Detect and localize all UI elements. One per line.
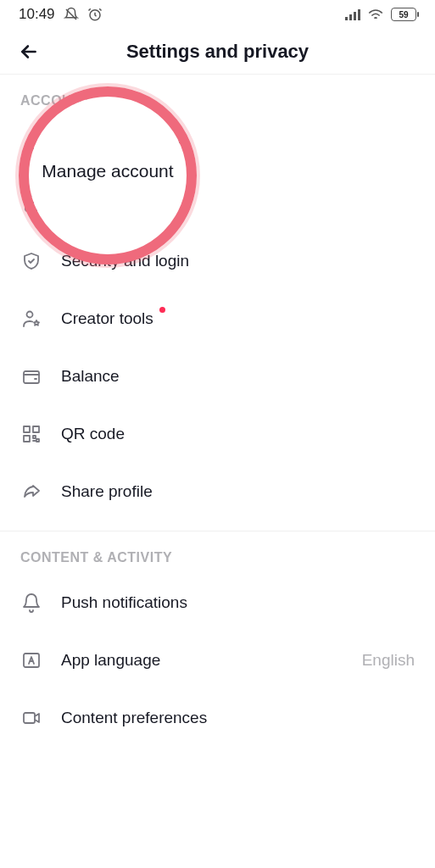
svg-rect-12 [24, 654, 39, 667]
status-time: 10:49 [19, 6, 55, 23]
settings-item-label: Creator tools [61, 309, 153, 328]
settings-item-share-profile[interactable]: Share profile [0, 463, 435, 520]
settings-item-label: Security and login [61, 252, 415, 270]
svg-rect-6 [25, 203, 37, 211]
svg-rect-13 [24, 713, 35, 723]
cellular-signal-icon [345, 8, 360, 20]
svg-rect-8 [24, 371, 39, 383]
lock-icon [20, 192, 42, 214]
video-icon [20, 707, 42, 729]
language-icon [20, 649, 42, 671]
alarm-clock-icon [87, 7, 103, 22]
arrow-left-icon [18, 41, 40, 63]
svg-rect-9 [24, 426, 30, 432]
settings-item-label: Share profile [61, 482, 415, 501]
settings-item-balance[interactable]: Balance [0, 348, 435, 405]
battery-icon: 59 [391, 8, 416, 21]
settings-item-label: Content preferences [61, 709, 415, 727]
app-language-value: English [362, 651, 415, 670]
settings-item-manage-account[interactable]: Manage account [0, 117, 435, 175]
person-star-icon [20, 308, 42, 330]
person-icon [20, 135, 42, 157]
section-header-content-activity: CONTENT & ACTIVITY [0, 531, 435, 574]
bell-icon [20, 592, 42, 614]
wallet-icon [20, 365, 42, 387]
battery-percent: 59 [399, 10, 408, 19]
settings-item-privacy[interactable]: Privacy [0, 175, 435, 232]
svg-point-7 [27, 312, 33, 318]
wifi-icon [367, 8, 384, 20]
settings-item-app-language[interactable]: App language English [0, 632, 435, 689]
back-button[interactable] [15, 38, 42, 65]
settings-item-content-preferences[interactable]: Content preferences [0, 689, 435, 747]
section-header-account: ACCOUNT [0, 75, 435, 117]
status-bar: 10:49 59 [0, 0, 435, 29]
settings-item-label: Manage account [61, 136, 415, 155]
shield-icon [20, 250, 42, 272]
notification-dot-icon [159, 307, 165, 313]
settings-item-qr-code[interactable]: QR code [0, 405, 435, 463]
svg-rect-3 [354, 12, 356, 20]
svg-rect-11 [24, 436, 30, 442]
settings-item-label: Push notifications [61, 593, 415, 612]
svg-rect-1 [345, 17, 348, 20]
qr-code-icon [20, 423, 42, 445]
settings-item-label: App language [61, 651, 343, 670]
do-not-disturb-icon [64, 7, 79, 22]
share-arrow-icon [20, 481, 42, 503]
svg-rect-10 [33, 426, 39, 432]
page-header: Settings and privacy [0, 29, 435, 75]
settings-item-label: Privacy [61, 194, 415, 213]
settings-item-label: QR code [61, 425, 415, 443]
settings-item-security-login[interactable]: Security and login [0, 232, 435, 290]
page-title: Settings and privacy [0, 41, 435, 63]
svg-rect-2 [349, 14, 352, 20]
svg-point-5 [28, 139, 35, 146]
settings-item-label: Balance [61, 367, 415, 386]
settings-item-creator-tools[interactable]: Creator tools [0, 290, 435, 348]
settings-item-push-notifications[interactable]: Push notifications [0, 574, 435, 632]
svg-rect-4 [358, 9, 360, 20]
